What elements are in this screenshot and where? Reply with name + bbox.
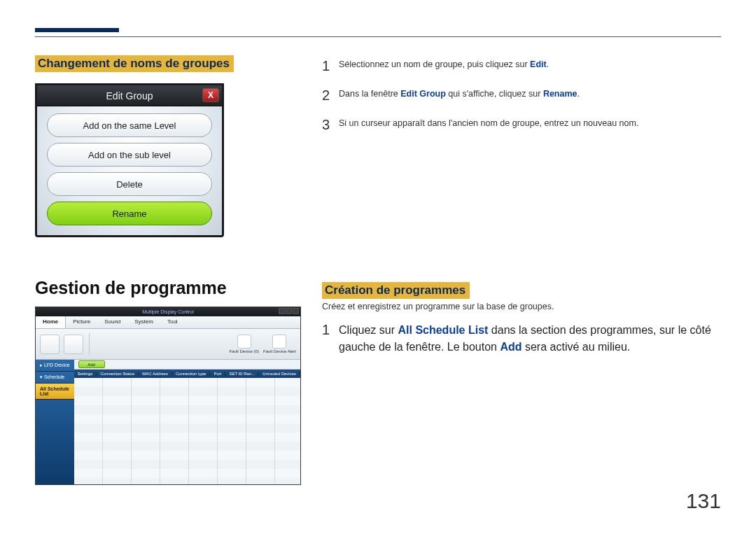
tab-system[interactable]: System	[127, 316, 160, 328]
intro-text: Créez et enregistrez un programme sur la…	[322, 300, 721, 314]
step-number: 1	[322, 319, 339, 340]
close-icon[interactable]: X	[202, 88, 219, 102]
step-text: Si un curseur apparaît dans l'ancien nom…	[339, 114, 638, 130]
tab-sound[interactable]: Sound	[97, 316, 127, 328]
col-conn-type: Connection type	[172, 372, 210, 376]
add-text: Add	[500, 341, 522, 353]
mdc-main: Add Settings Connection Status MAC Addre…	[74, 360, 300, 484]
rename-button[interactable]: Rename	[47, 202, 212, 225]
close-icon[interactable]	[293, 308, 299, 314]
col-setid: SET ID Ran...	[225, 372, 259, 376]
add-sub-level-button[interactable]: Add on the sub level	[47, 143, 212, 167]
step-number: 2	[322, 85, 339, 106]
mdc-title: Multiple Display Control	[142, 309, 194, 314]
heading-create-programs: Création de programmes	[322, 282, 470, 299]
step-text: Dans la fenêtre Edit Group qui s'affiche…	[339, 85, 580, 101]
step-1: 1 Sélectionnez un nom de groupe, puis cl…	[322, 55, 721, 76]
col-port: Port	[210, 372, 225, 376]
mdc-titlebar: Multiple Display Control	[36, 307, 300, 316]
col-settings: Settings	[74, 372, 97, 376]
step-3: 3 Si un curseur apparaît dans l'ancien n…	[322, 114, 721, 135]
header-rule	[35, 36, 721, 37]
page: Changement de noms de groupes Edit Group…	[0, 0, 756, 485]
tab-picture[interactable]: Picture	[66, 316, 97, 328]
section-1: Changement de noms de groupes Edit Group…	[35, 55, 721, 237]
edit-group-dialog: Edit Group X Add on the same Level Add o…	[35, 83, 224, 237]
col-mac: MAC Address	[139, 372, 172, 376]
add-same-level-button[interactable]: Add on the same Level	[47, 113, 212, 137]
step-2: 2 Dans la fenêtre Edit Group qui s'affic…	[322, 85, 721, 106]
header-accent	[35, 28, 119, 32]
sidebar-item-schedule[interactable]: ▾ Schedule	[36, 372, 74, 384]
section-2-right: Création de programmes Créez et enregist…	[322, 278, 721, 485]
mdc-toolbar: Fault Device (0) Fault Device Alert	[36, 329, 300, 360]
step-text: Sélectionnez un nom de groupe, puis cliq…	[339, 55, 549, 71]
mdc-table-headers: Settings Connection Status MAC Address C…	[74, 370, 300, 378]
section-1-right: 1 Sélectionnez un nom de groupe, puis cl…	[322, 55, 721, 237]
col-unrouted: Unrouted Devices	[259, 372, 300, 376]
edit-link: Edit	[530, 59, 547, 69]
add-button[interactable]: Add	[78, 360, 105, 368]
sidebar-item-all-schedule-list[interactable]: All Schedule List	[36, 384, 74, 400]
step-number: 3	[322, 114, 339, 135]
alert-icon	[272, 335, 286, 349]
dialog-titlebar: Edit Group X	[37, 85, 222, 106]
minimize-icon[interactable]	[279, 308, 285, 314]
rename-text: Rename	[543, 89, 578, 99]
mdc-body: ▸ LFD Device ▾ Schedule All Schedule Lis…	[36, 360, 300, 484]
step-text: Cliquez sur All Schedule List dans la se…	[339, 319, 721, 356]
mdc-table-grid	[74, 378, 300, 484]
delete-button[interactable]: Delete	[47, 172, 212, 196]
step-1: 1 Cliquez sur All Schedule List dans la …	[322, 319, 721, 356]
toolbar-button[interactable]	[64, 335, 83, 354]
tab-home[interactable]: Home	[36, 316, 66, 328]
toolbar-button[interactable]	[40, 335, 59, 354]
section-2-left: Gestion de programme Multiple Display Co…	[35, 278, 301, 485]
mdc-window: Multiple Display Control Home Picture So…	[35, 307, 301, 485]
maximize-icon[interactable]	[286, 308, 292, 314]
edit-group-text: Edit Group	[400, 89, 446, 99]
mdc-tabs: Home Picture Sound System Tool	[36, 316, 300, 329]
heading-change-group-names: Changement de noms de groupes	[35, 55, 234, 72]
window-controls	[279, 308, 299, 314]
section-2: Gestion de programme Multiple Display Co…	[35, 278, 721, 485]
mdc-add-row: Add	[74, 360, 300, 370]
dialog-title: Edit Group	[106, 90, 153, 101]
step-number: 1	[322, 55, 339, 76]
sidebar-item-lfd[interactable]: ▸ LFD Device	[36, 360, 74, 372]
section-1-left: Changement de noms de groupes Edit Group…	[35, 55, 301, 237]
col-connection-status: Connection Status	[97, 372, 139, 376]
monitor-icon	[237, 335, 251, 349]
fault-device-icon[interactable]: Fault Device (0)	[230, 335, 259, 353]
toolbar-separator	[89, 333, 90, 356]
mdc-sidebar: ▸ LFD Device ▾ Schedule All Schedule Lis…	[36, 360, 74, 484]
heading-program-management: Gestion de programme	[35, 278, 301, 298]
fault-device-alert-icon[interactable]: Fault Device Alert	[263, 335, 296, 353]
all-schedule-list-text: All Schedule List	[398, 324, 488, 336]
dialog-body: Add on the same Level Add on the sub lev…	[37, 106, 222, 225]
page-number: 131	[686, 489, 721, 513]
tab-tool[interactable]: Tool	[160, 316, 185, 328]
